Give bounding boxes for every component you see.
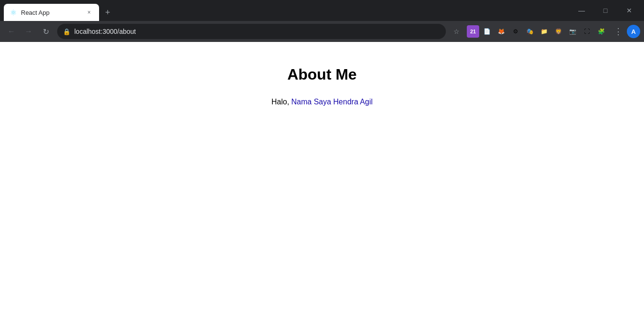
forward-button[interactable]: → [21, 24, 36, 39]
ext-icon-9[interactable]: ⛶ [580, 25, 594, 38]
ext-icon-3[interactable]: 🦊 [494, 25, 508, 38]
more-menu-button[interactable]: ⋮ [612, 25, 625, 38]
minimize-button[interactable]: — [571, 0, 593, 21]
ext-icon-4[interactable]: ⚙ [509, 25, 522, 38]
address-bar[interactable]: 🔒 localhost:3000/about [57, 24, 446, 39]
titlebar: ⚛ React App × + — □ ✕ [0, 0, 644, 21]
ext-icon-8[interactable]: 📷 [566, 25, 579, 38]
back-button[interactable]: ← [4, 24, 19, 39]
ext-icon-7[interactable]: 🦁 [552, 25, 565, 38]
tab-title: React App [21, 9, 81, 16]
ext-icon-1[interactable]: 21 [467, 25, 479, 38]
address-text: localhost:3000/about [74, 28, 440, 35]
ext-icon-10[interactable]: 🧩 [594, 25, 608, 38]
nav-actions: ☆ [450, 25, 463, 38]
page-title: About Me [287, 66, 357, 83]
active-tab[interactable]: ⚛ React App × [4, 4, 99, 21]
subtitle-static: Halo, [272, 98, 292, 106]
profile-button[interactable]: A [627, 25, 640, 38]
lock-icon: 🔒 [63, 28, 70, 35]
ext-icon-5[interactable]: 🎭 [523, 25, 536, 38]
subtitle-name: Nama Saya Hendra Agil [292, 98, 373, 106]
close-button[interactable]: ✕ [618, 0, 640, 21]
reload-button[interactable]: ↻ [38, 24, 53, 39]
ext-icon-2[interactable]: 📄 [480, 25, 493, 38]
tab-close-button[interactable]: × [85, 8, 93, 17]
navbar: ← → ↻ 🔒 localhost:3000/about ☆ 21 📄 🦊 ⚙ … [0, 21, 644, 42]
tab-favicon: ⚛ [10, 9, 17, 16]
extension-icons: 21 📄 🦊 ⚙ 🎭 📁 🦁 📷 ⛶ 🧩 [467, 25, 608, 38]
ext-icon-6[interactable]: 📁 [537, 25, 551, 38]
window-controls: — □ ✕ [571, 0, 640, 21]
page-subtitle: Halo, Nama Saya Hendra Agil [272, 98, 373, 106]
maximize-button[interactable]: □ [594, 0, 616, 21]
new-tab-button[interactable]: + [101, 6, 114, 19]
tab-bar: ⚛ React App × + [4, 0, 571, 21]
page-content: About Me Halo, Nama Saya Hendra Agil [0, 42, 644, 326]
bookmark-button[interactable]: ☆ [450, 25, 463, 38]
